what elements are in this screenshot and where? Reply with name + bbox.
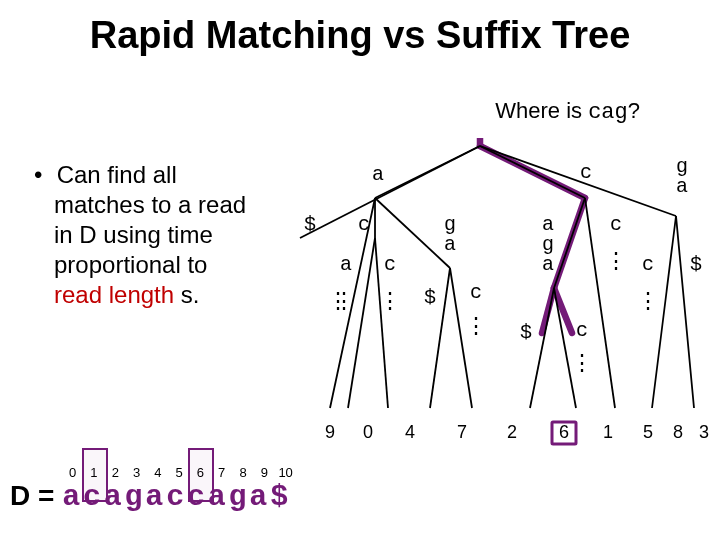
d-string: acagaccaga$ [62, 480, 291, 514]
svg-line-7 [375, 146, 480, 198]
svg-text:$: $ [304, 213, 316, 236]
svg-text:⋮: ⋮ [379, 288, 401, 313]
subtitle-suffix: ? [628, 98, 640, 123]
svg-text:$: $ [424, 286, 436, 309]
index-cell: 10 [275, 465, 296, 480]
index-cell: 8 [232, 465, 253, 480]
leaf-2: 2 [507, 422, 517, 442]
index-cell: 7 [211, 465, 232, 480]
suffix-tree: $ a c g a ⋮ c a ⋮ c ⋮ g [290, 138, 710, 438]
slide-title: Rapid Matching vs Suffix Tree [0, 14, 720, 57]
leaf-0: 0 [363, 422, 373, 442]
svg-text:a: a [372, 163, 384, 186]
bullet-body: • Can find all matches to a read in D us… [34, 160, 294, 310]
subtitle: Where is cag? [495, 98, 640, 125]
svg-line-47 [676, 216, 694, 408]
index-cell: 9 [254, 465, 275, 480]
bullet-line3: in D using time [54, 221, 213, 248]
index-cell: 4 [147, 465, 168, 480]
svg-line-41 [554, 288, 576, 408]
highlight-box-1 [82, 448, 108, 502]
bullet-highlight: read length [54, 281, 174, 308]
svg-text:c: c [642, 253, 654, 276]
svg-line-11 [480, 146, 676, 216]
svg-text:⋮: ⋮ [571, 350, 593, 375]
svg-text:a: a [444, 233, 456, 256]
index-cell: 5 [168, 465, 189, 480]
svg-text:⋮: ⋮ [637, 288, 659, 313]
svg-line-39 [530, 288, 554, 408]
svg-text:$: $ [520, 321, 532, 344]
svg-text:c: c [384, 253, 396, 276]
svg-text:$: $ [690, 253, 702, 276]
svg-line-29 [450, 268, 472, 408]
bullet-line1: Can find all [57, 161, 177, 188]
svg-line-4 [554, 288, 572, 333]
bullet-line4: proportional to [54, 251, 207, 278]
svg-text:c: c [580, 161, 592, 184]
leaf-6: 6 [559, 422, 569, 442]
bullet-after: s. [174, 281, 199, 308]
leaf-5: 5 [643, 422, 653, 442]
svg-text:c: c [610, 213, 622, 236]
svg-text:⋮: ⋮ [605, 248, 627, 273]
svg-text:c: c [358, 213, 370, 236]
svg-text:a: a [542, 253, 554, 276]
svg-text:⋮: ⋮ [333, 288, 355, 313]
leaf-9: 9 [325, 422, 335, 442]
svg-text:a: a [676, 175, 688, 198]
bullet-dot: • [34, 160, 50, 190]
bullet-line2: matches to a read [54, 191, 246, 218]
d-string-row: D = acagaccaga$ [10, 480, 291, 514]
leaf-1: 1 [603, 422, 613, 442]
index-cell: 0 [62, 465, 83, 480]
svg-line-9 [480, 146, 585, 198]
leaf-8: 8 [673, 422, 683, 442]
svg-text:a: a [340, 253, 352, 276]
svg-line-32 [554, 198, 585, 288]
svg-text:c: c [576, 319, 588, 342]
svg-text:c: c [470, 281, 482, 304]
svg-text:⋮: ⋮ [465, 313, 487, 338]
d-prefix: D = [10, 480, 62, 511]
leaf-3: 3 [699, 422, 709, 442]
index-cell: 3 [126, 465, 147, 480]
leaf-4: 4 [405, 422, 415, 442]
subtitle-prefix: Where is [495, 98, 588, 123]
highlight-box-6 [188, 448, 214, 502]
leaf-7: 7 [457, 422, 467, 442]
subtitle-query: cag [588, 100, 628, 125]
